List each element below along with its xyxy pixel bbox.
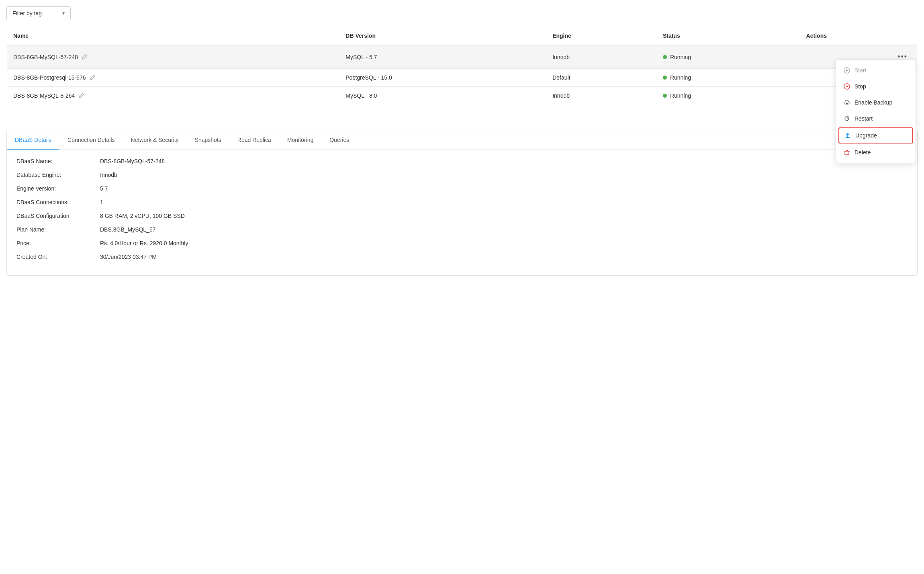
table-row: DBS-8GB-Postgresql-15-576 PostgreSQL - 1… (7, 69, 918, 87)
menu-item-delete[interactable]: Delete (836, 144, 916, 160)
cell-db-version: PostgreSQL - 15.0 (339, 69, 546, 87)
stop-icon-wrapper (843, 83, 850, 90)
tab-network-security[interactable]: Network & Security (123, 131, 187, 150)
tab-dbaas-details[interactable]: DBaaS Details (7, 131, 59, 150)
db-name-text: DBS-8GB-MySQL-57-248 (13, 54, 78, 60)
detail-label: Price: (16, 240, 97, 246)
detail-value: Rs. 4.0/Hour or Rs. 2920.0 Monthly (100, 240, 188, 246)
menu-item-stop[interactable]: Stop (836, 78, 916, 94)
menu-item-enable-backup[interactable]: Enable Backup (836, 94, 916, 111)
svg-point-2 (844, 84, 850, 89)
status-indicator (663, 55, 667, 59)
menu-item-label: Upgrade (855, 132, 877, 139)
cell-engine: Innodb (546, 45, 656, 69)
detail-label: DBaaS Connections: (16, 199, 97, 205)
detail-value: DBS.8GB_MySQL_57 (100, 226, 156, 233)
filter-bar: Filter by tag ▾ (6, 6, 918, 20)
cell-status: Running (656, 87, 800, 105)
detail-value: 8 GB RAM, 2 vCPU, 100 GB SSD (100, 213, 185, 219)
stop-icon (844, 83, 850, 90)
col-header-db-version: DB Version (339, 27, 546, 45)
detail-row: Price: Rs. 4.0/Hour or Rs. 2920.0 Monthl… (16, 240, 908, 246)
pencil-icon (89, 74, 96, 81)
pencil-icon (78, 92, 84, 99)
tabs-section: DBaaS DetailsConnection DetailsNetwork &… (6, 131, 918, 276)
pencil-icon (81, 54, 88, 60)
menu-item-label: Delete (854, 149, 871, 156)
restart-icon (844, 115, 850, 122)
chevron-down-icon: ▾ (62, 10, 65, 16)
col-header-name: Name (7, 27, 339, 45)
menu-item-label: Stop (854, 83, 866, 90)
cell-engine: Innodb (546, 87, 656, 105)
status-text: Running (670, 74, 691, 81)
detail-value: DBS-8GB-MySQL-57-248 (100, 158, 165, 164)
status-indicator (663, 94, 667, 98)
col-header-engine: Engine (546, 27, 656, 45)
page-wrapper: Filter by tag ▾ Name DB Version Engine S… (0, 0, 924, 574)
tab-connection-details[interactable]: Connection Details (59, 131, 123, 150)
detail-value: 30/Jun/2023 03:47 PM (100, 254, 157, 260)
detail-label: Plan Name: (16, 226, 97, 233)
tabs-header: DBaaS DetailsConnection DetailsNetwork &… (7, 131, 917, 150)
restart-icon-wrapper (843, 115, 850, 122)
cell-status: Running (656, 45, 800, 69)
detail-row: Engine Version: 5.7 (16, 185, 908, 192)
detail-label: DBaaS Name: (16, 158, 97, 164)
status-indicator (663, 76, 667, 80)
status-text: Running (670, 54, 691, 60)
cell-name: DBS-8GB-MySQL-8-264 (7, 87, 339, 105)
menu-item-upgrade[interactable]: Upgrade (838, 127, 913, 144)
filter-label: Filter by tag (12, 10, 42, 16)
backup-icon-wrapper (843, 99, 850, 106)
status-text: Running (670, 92, 691, 99)
upgrade-icon-wrapper (844, 132, 851, 139)
detail-label: Engine Version: (16, 185, 97, 192)
cell-name: DBS-8GB-Postgresql-15-576 (7, 69, 339, 87)
table-row: DBS-8GB-MySQL-8-264 MySQL - 8.0 Innodb R… (7, 87, 918, 105)
cell-name: DBS-8GB-MySQL-57-248 (7, 45, 339, 69)
start-icon-wrapper (843, 67, 850, 74)
detail-value: Innodb (100, 172, 117, 178)
tab-monitoring[interactable]: Monitoring (279, 131, 321, 150)
col-header-status: Status (656, 27, 800, 45)
details-body: DBaaS Name: DBS-8GB-MySQL-57-248 Databas… (7, 150, 917, 275)
detail-row: DBaaS Name: DBS-8GB-MySQL-57-248 (16, 158, 908, 164)
menu-item-restart[interactable]: Restart (836, 111, 916, 127)
detail-label: Created On: (16, 254, 97, 260)
detail-row: Created On: 30/Jun/2023 03:47 PM (16, 254, 908, 260)
detail-row: DBaaS Connections: 1 (16, 199, 908, 205)
pagination-bar: Items per page: ‹ › (6, 105, 918, 127)
db-table: Name DB Version Engine Status Actions DB… (6, 27, 918, 105)
detail-row: Database Engine: Innodb (16, 172, 908, 178)
col-header-actions: Actions (800, 27, 918, 45)
context-menu: Start Stop Enable Backup Restart Upgrade… (836, 59, 916, 163)
detail-value: 1 (100, 199, 103, 205)
db-name-text: DBS-8GB-Postgresql-15-576 (13, 74, 86, 81)
cell-engine: Default (546, 69, 656, 87)
menu-item-start: Start (836, 62, 916, 78)
cell-db-version: MySQL - 5.7 (339, 45, 546, 69)
menu-item-label: Enable Backup (854, 99, 892, 106)
delete-icon-wrapper (843, 149, 850, 156)
tab-snapshots[interactable]: Snapshots (187, 131, 229, 150)
cell-db-version: MySQL - 8.0 (339, 87, 546, 105)
menu-item-label: Start (854, 67, 867, 74)
detail-row: Plan Name: DBS.8GB_MySQL_57 (16, 226, 908, 233)
cell-status: Running (656, 69, 800, 87)
upgrade-icon (844, 132, 851, 139)
svg-rect-4 (845, 151, 849, 155)
start-icon (844, 67, 850, 74)
menu-item-label: Restart (854, 115, 873, 122)
svg-marker-1 (846, 69, 848, 72)
detail-label: Database Engine: (16, 172, 97, 178)
table-row: DBS-8GB-MySQL-57-248 MySQL - 5.7 Innodb … (7, 45, 918, 69)
backup-icon (844, 99, 850, 106)
db-name-text: DBS-8GB-MySQL-8-264 (13, 92, 75, 99)
detail-row: DBaaS Configuration: 8 GB RAM, 2 vCPU, 1… (16, 213, 908, 219)
filter-by-tag-dropdown[interactable]: Filter by tag ▾ (6, 6, 71, 20)
tab-queries[interactable]: Queries (321, 131, 357, 150)
detail-label: DBaaS Configuration: (16, 213, 97, 219)
tab-read-replica[interactable]: Read Replica (229, 131, 279, 150)
delete-icon (844, 149, 850, 156)
